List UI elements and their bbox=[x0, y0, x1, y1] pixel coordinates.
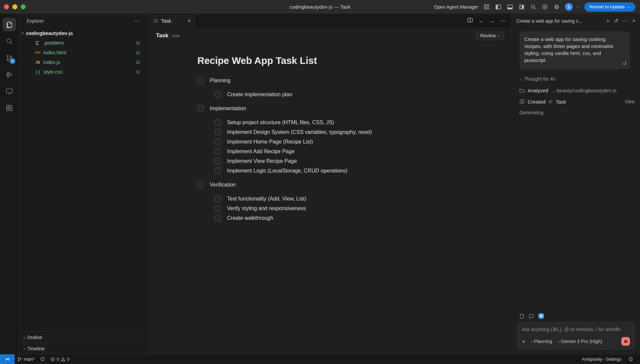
sync-icon bbox=[40, 357, 45, 362]
toggle-panel-icon[interactable] bbox=[507, 4, 513, 10]
search-icon[interactable] bbox=[530, 4, 537, 10]
prettier-icon bbox=[34, 41, 41, 45]
review-button[interactable]: Review › bbox=[476, 31, 504, 40]
html-icon: </> bbox=[34, 50, 41, 55]
problems-item[interactable]: 0 0 bbox=[48, 354, 72, 364]
close-window-button[interactable] bbox=[4, 4, 9, 9]
more-options-icon[interactable]: ⋯ bbox=[623, 18, 628, 24]
checkbox[interactable] bbox=[215, 148, 221, 155]
file-row[interactable]: JS index.js U bbox=[19, 57, 148, 67]
status-bar: >< main* 0 0 Antigravity - Sett bbox=[0, 354, 640, 364]
undo-icon[interactable]: ↺ bbox=[622, 61, 627, 67]
settings-label: Antigravity - Settings bbox=[582, 357, 622, 362]
javascript-icon: JS bbox=[34, 60, 41, 64]
checklist-icon bbox=[153, 18, 158, 23]
restart-to-update-button[interactable]: Restart to Update → bbox=[584, 2, 635, 12]
thought-row[interactable]: › Thought for 4s bbox=[512, 74, 640, 84]
tab-close-icon[interactable]: × bbox=[188, 18, 191, 24]
tab-label: Task bbox=[161, 18, 185, 24]
task-item: Create walkthrough bbox=[197, 213, 498, 223]
extensions-icon[interactable] bbox=[3, 101, 16, 115]
analyzed-row[interactable]: Analyzed ...-beauty/codingbeautydev-js bbox=[512, 85, 640, 95]
checkbox[interactable] bbox=[215, 168, 221, 174]
task-label: Implement Logic (LocalStorage, CRUD oper… bbox=[227, 168, 347, 174]
file-name: style.css bbox=[43, 69, 63, 75]
error-count: 0 bbox=[57, 357, 59, 362]
file-row[interactable]: .prettierrc U bbox=[19, 38, 148, 48]
stop-icon bbox=[624, 340, 627, 343]
account-avatar[interactable]: 1 bbox=[565, 3, 573, 11]
sidebar-header: Explorer ⋯ bbox=[19, 14, 148, 28]
settings-gear-icon[interactable]: ⚙ bbox=[553, 4, 560, 10]
remote-indicator-icon[interactable]: >< bbox=[0, 354, 15, 364]
minimize-window-button[interactable] bbox=[12, 4, 17, 9]
checkbox[interactable] bbox=[215, 119, 221, 126]
split-editor-icon[interactable] bbox=[467, 17, 473, 24]
sync-item[interactable] bbox=[37, 354, 48, 364]
checkbox[interactable] bbox=[215, 139, 221, 145]
search-sidebar-icon[interactable] bbox=[3, 35, 16, 48]
remote-explorer-icon[interactable] bbox=[3, 85, 16, 98]
copilot-icon[interactable] bbox=[542, 4, 548, 10]
checkbox[interactable] bbox=[197, 105, 204, 112]
checkbox[interactable] bbox=[197, 182, 204, 188]
tab-task[interactable]: Task × bbox=[149, 14, 195, 28]
back-icon[interactable]: ← bbox=[478, 18, 484, 24]
view-link[interactable]: View bbox=[625, 99, 635, 104]
warning-count: 0 bbox=[67, 357, 69, 362]
file-row[interactable]: </> index.html U bbox=[19, 48, 148, 57]
sidebar-more-icon[interactable]: ⋯ bbox=[134, 18, 140, 25]
created-row[interactable]: Created Task View bbox=[512, 97, 640, 107]
task-label: Planning bbox=[210, 78, 230, 84]
generating-status: Generating.. bbox=[512, 107, 640, 115]
composer-tools bbox=[512, 313, 640, 322]
close-panel-icon[interactable]: × bbox=[632, 18, 635, 24]
git-branch-item[interactable]: main* bbox=[15, 354, 37, 364]
branch-label: main* bbox=[24, 357, 35, 362]
created-item: Task bbox=[556, 99, 566, 105]
toggle-right-sidebar-icon[interactable] bbox=[518, 4, 525, 10]
more-actions-icon[interactable]: ⋯ bbox=[500, 17, 506, 24]
timeline-section[interactable]: › Timeline bbox=[19, 343, 148, 354]
chat-input[interactable] bbox=[522, 327, 630, 332]
outline-section[interactable]: › Outline bbox=[19, 331, 148, 343]
notifications-bell-icon[interactable] bbox=[626, 357, 636, 362]
agent-manager-grid-icon[interactable] bbox=[483, 4, 490, 10]
file-icon[interactable] bbox=[519, 314, 524, 319]
new-conversation-icon[interactable]: + bbox=[606, 18, 609, 24]
git-status-badge: U bbox=[136, 50, 140, 55]
panel-spacer bbox=[512, 115, 640, 313]
run-debug-icon[interactable] bbox=[3, 68, 16, 81]
file-row[interactable]: { } style.css U bbox=[19, 67, 148, 77]
forward-icon[interactable]: → bbox=[489, 18, 495, 24]
stop-button[interactable] bbox=[621, 337, 630, 346]
checkbox[interactable] bbox=[197, 77, 204, 84]
history-icon[interactable]: ↺ bbox=[614, 18, 618, 24]
account-chevron-down-icon[interactable]: › bbox=[576, 6, 581, 8]
warnings-icon bbox=[61, 357, 65, 362]
agent-panel-header: Create a web app for saving c... + ↺ ⋯ × bbox=[512, 14, 640, 28]
model-selector[interactable]: › Gemini 3 Pro (High) bbox=[557, 339, 602, 344]
open-agent-manager-button[interactable]: Open Agent Manager bbox=[434, 4, 478, 10]
checkbox[interactable] bbox=[215, 91, 221, 98]
checkbox[interactable] bbox=[215, 129, 221, 136]
tree-root-folder[interactable]: › codingbeautydev-js bbox=[19, 28, 148, 38]
browser-icon[interactable] bbox=[538, 313, 544, 319]
chevron-up-icon: › bbox=[529, 341, 534, 342]
errors-icon bbox=[50, 357, 55, 362]
checkbox[interactable] bbox=[215, 158, 221, 165]
branch-icon bbox=[17, 357, 22, 362]
analyzed-path: ...-beauty/codingbeautydev-js bbox=[551, 88, 617, 93]
toggle-left-sidebar-icon[interactable] bbox=[495, 4, 502, 10]
mode-selector[interactable]: › Planning bbox=[530, 339, 552, 344]
maximize-window-button[interactable] bbox=[21, 4, 26, 9]
add-context-icon[interactable]: + bbox=[522, 338, 525, 345]
comment-icon[interactable] bbox=[529, 314, 534, 319]
checkbox[interactable] bbox=[215, 195, 221, 202]
checkbox[interactable] bbox=[215, 215, 221, 221]
checkbox[interactable] bbox=[215, 205, 221, 212]
antigravity-settings-item[interactable]: Antigravity - Settings bbox=[579, 357, 624, 362]
source-control-icon[interactable]: 4 bbox=[3, 51, 16, 65]
checklist-icon bbox=[548, 100, 553, 104]
explorer-icon[interactable] bbox=[3, 18, 16, 31]
